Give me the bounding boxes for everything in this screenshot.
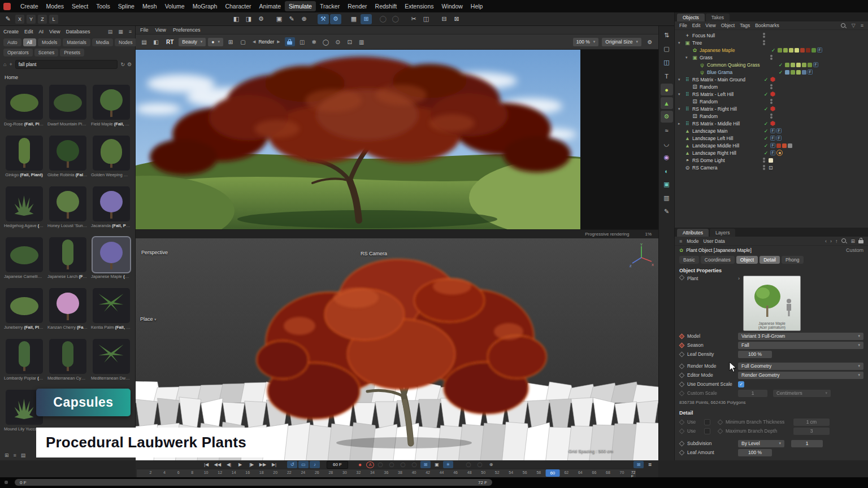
use-document-scale-checkbox[interactable]: ✓ [738, 381, 744, 387]
menu-spline[interactable]: Spline [114, 1, 138, 11]
previous-key-button[interactable]: ◀◀ [212, 461, 223, 468]
key-interpolation-icon[interactable]: ▣ [432, 461, 442, 468]
cube-primitive-button[interactable]: ▣ [274, 14, 285, 24]
display-icon[interactable]: ▥ [661, 192, 673, 204]
anim-diamond-icon[interactable] [679, 372, 685, 378]
object-row-landscape-middle-hill[interactable]: ▲Landscape Middle Hill✓F [675, 142, 868, 149]
asset-item-kanzan-cherry[interactable]: Kanzan Cherry (Fall, Pl... [46, 288, 89, 330]
field-tag-badge[interactable]: F [776, 128, 782, 133]
tab-objects[interactable]: Objects [677, 14, 705, 21]
visibility-dots[interactable] [763, 165, 765, 170]
object-row-rs-matrix-main-ground[interactable]: ▾⠿RS Matrix - Main Ground✓ [675, 76, 868, 83]
axis-z-button[interactable]: Z [38, 15, 47, 24]
preview-range-icon[interactable]: ▭ [298, 461, 309, 468]
visibility-dot[interactable] [763, 158, 765, 160]
field-tag-badge[interactable]: F [776, 136, 782, 141]
material-chip[interactable] [783, 48, 788, 53]
text-tool-icon[interactable]: T [661, 70, 673, 82]
menu-animate[interactable]: Animate [255, 1, 285, 11]
om-filter-icon[interactable]: ▽ [852, 23, 856, 28]
anim-diamond-icon[interactable] [679, 351, 685, 357]
mode-menu[interactable]: Mode [687, 238, 698, 244]
object-row-random[interactable]: ⚄Random [675, 83, 868, 90]
cut-button[interactable]: ✂ [408, 14, 419, 24]
asset-item-japanese-larch[interactable]: Japanese Larch (Fall, Pl... [46, 237, 89, 279]
material-chip[interactable] [808, 63, 812, 67]
ab-menu-ai[interactable]: AI [39, 29, 44, 34]
object-row-rs-camera[interactable]: ⊙RS Camera⊡ [675, 164, 868, 171]
visibility-dot[interactable] [770, 116, 772, 119]
expand-arrow[interactable]: ▸ [678, 121, 683, 126]
asset-item-honey-locust-sunburst[interactable]: Honey Locust 'Sunburst' (Fall... [46, 186, 89, 228]
attr-burger-icon[interactable]: ≡ [679, 238, 682, 244]
alpha-icon[interactable]: ◯ [321, 37, 331, 46]
material-chip[interactable] [800, 48, 805, 53]
material-chip[interactable] [782, 143, 787, 148]
redshift-tag-icon[interactable] [770, 106, 775, 111]
keys-filter-icon[interactable]: ⊞ [633, 461, 644, 468]
cycle-mode-icon[interactable]: ↺ [287, 461, 297, 468]
size-dropdown[interactable]: Original Size▾ [602, 38, 641, 46]
field-icon[interactable]: ◐ [661, 165, 673, 177]
visibility-dot[interactable] [770, 87, 772, 89]
material-chip[interactable] [791, 70, 795, 75]
record-position-icon[interactable]: ◯ [375, 461, 385, 468]
camera-target-icon[interactable]: ⊡ [769, 165, 773, 171]
menu-modes[interactable]: Modes [42, 1, 68, 11]
om-search-icon[interactable] [840, 23, 847, 29]
menu-tracker[interactable]: Tracker [316, 1, 344, 11]
asset-item-kentia-palm[interactable]: Kentia Palm (Fall, Plant) [90, 288, 132, 330]
object-row-rs-matrix-middle-hill[interactable]: ▸⠿RS Matrix - Middle Hill✓ [675, 120, 868, 127]
axis-y-button[interactable]: Y [27, 15, 36, 24]
go-to-start-button[interactable]: |◀ [201, 461, 211, 468]
asset-item-japanese-camellia[interactable]: Japanese Camellia (Fal... [3, 237, 45, 279]
previous-frame-button[interactable]: ◀| [224, 461, 234, 468]
anim-diamond-icon[interactable] [679, 333, 685, 339]
next-render-icon[interactable]: ▶ [277, 40, 280, 44]
render-picture-viewer-button[interactable]: ◨ [243, 14, 254, 24]
preview-range-bar[interactable]: 0 F 72 F [15, 479, 492, 486]
browser-settings-icon[interactable]: ⚙ [127, 62, 132, 67]
rv-menu-file[interactable]: File [140, 27, 149, 33]
filter-media[interactable]: Media [92, 38, 113, 46]
visibility-dot[interactable] [770, 114, 772, 116]
attr-tab-object[interactable]: Object [736, 256, 758, 264]
om-menu-edit[interactable]: Edit [692, 23, 701, 28]
leaf-amount-field[interactable]: 100 % [738, 449, 772, 456]
viewport-camera-label[interactable]: Perspective [141, 250, 168, 255]
enabled-check-icon[interactable]: ✓ [763, 91, 769, 97]
visibility-dot[interactable] [770, 58, 772, 60]
playhead[interactable]: 60 [545, 469, 559, 477]
material-chip[interactable] [785, 63, 789, 67]
field-tag-badge[interactable]: F [770, 128, 775, 133]
object-row-tree[interactable]: ▾▣Tree [675, 39, 868, 46]
asset-item-japanese-maple[interactable]: Japanese Maple (Fall, ... [90, 237, 132, 279]
enabled-check-icon[interactable]: ✓ [778, 62, 784, 68]
om-menu-object[interactable]: Object [721, 23, 735, 28]
material-chip[interactable] [802, 70, 806, 75]
cube-icon[interactable]: ▣ [661, 178, 673, 190]
redshift-tag-icon[interactable] [770, 91, 775, 97]
editor-mode-dropdown[interactable]: Render Geometry▾ [738, 372, 863, 379]
om-menu-view[interactable]: View [705, 23, 715, 28]
footer-info-icon[interactable]: ▤ [21, 452, 26, 458]
enabled-check-icon[interactable]: ✓ [763, 121, 769, 127]
frame-icon[interactable]: ▢ [661, 43, 673, 55]
anim-diamond-icon[interactable] [679, 363, 685, 369]
fullscreen-icon[interactable]: ▥ [357, 37, 367, 46]
redshift-tag-icon[interactable] [770, 77, 775, 82]
filter-nodes[interactable]: Nodes [115, 38, 137, 46]
region-icon[interactable]: ⊡ [345, 37, 355, 46]
rv-menu-view[interactable]: View [155, 27, 166, 33]
asset-item-ginkgo[interactable]: Ginkgo (Fall, Plant) [3, 136, 45, 177]
visibility-dots[interactable] [770, 114, 772, 119]
object-row-grass[interactable]: ▾▣Grass [675, 54, 868, 61]
object-row-rs-matrix-right-hill[interactable]: ▾⠿RS Matrix - Right Hill✓ [675, 105, 868, 112]
expand-arrow[interactable]: ▾ [678, 107, 683, 111]
menu-volume[interactable]: Volume [161, 1, 189, 11]
next-frame-button[interactable]: |▶ [246, 461, 257, 468]
asset-item-mediterranean-dwarf[interactable]: Mediterranean Dwarf ... [90, 339, 132, 381]
object-row-rs-matrix-left-hill[interactable]: ▾⠿RS Matrix - Left Hill✓ [675, 90, 868, 98]
om-menu-file[interactable]: File [679, 23, 687, 28]
menu-tools[interactable]: Tools [92, 1, 114, 11]
